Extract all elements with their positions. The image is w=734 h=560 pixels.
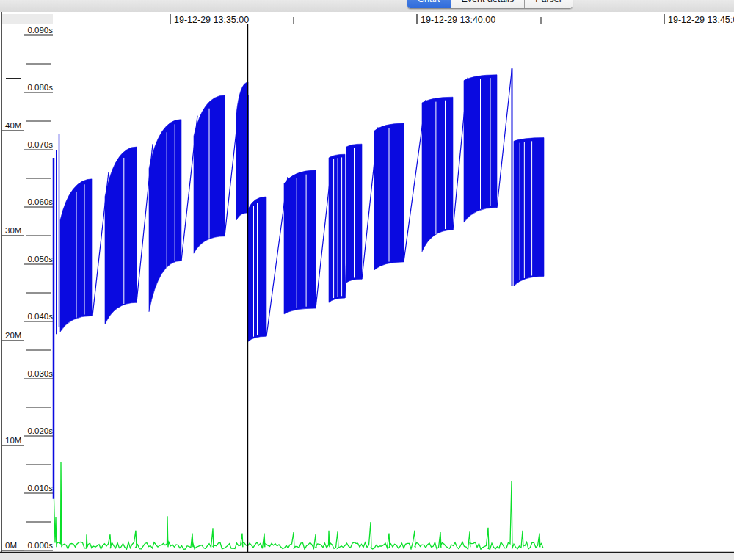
megabytes-axis-label: 10M bbox=[5, 436, 21, 445]
blue-spike-line bbox=[497, 68, 512, 208]
seconds-axis-label: 0.060s bbox=[27, 197, 53, 206]
seconds-axis-label: 0.020s bbox=[27, 426, 53, 435]
seconds-axis-label: 0.050s bbox=[27, 255, 53, 263]
time-axis-label: 19-12-29 13:45:00 bbox=[668, 15, 734, 25]
blue-burst bbox=[284, 170, 316, 314]
megabytes-axis-label: 20M bbox=[5, 331, 21, 340]
seconds-axis-label: 0.090s bbox=[27, 26, 53, 34]
blue-burst bbox=[329, 154, 345, 302]
megabytes-axis-label: 30M bbox=[5, 226, 21, 235]
tab-event-details[interactable]: Event details bbox=[451, 0, 526, 8]
blue-burst bbox=[149, 120, 181, 312]
page: { "tabs": { "items": [ {"label": "Chart"… bbox=[0, 0, 734, 560]
seconds-axis-label: 0.040s bbox=[27, 312, 53, 321]
blue-burst bbox=[105, 147, 137, 324]
tab-parser[interactable]: Parser bbox=[525, 0, 573, 8]
seconds-axis-label: 0.070s bbox=[27, 140, 53, 149]
seconds-axis-label: 0.010s bbox=[27, 484, 53, 492]
seconds-axis-label: 0.030s bbox=[27, 369, 53, 378]
view-tabs: Chart Event details Parser bbox=[407, 0, 573, 9]
time-axis-label: 19-12-29 13:40:00 bbox=[421, 15, 495, 25]
seconds-axis-label: 0.000s bbox=[27, 541, 53, 550]
timeline-chart: 0.090s0.080s0.070s0.060s0.050s0.040s0.03… bbox=[0, 0, 734, 560]
time-axis-label: 19-12-29 13:35:00 bbox=[174, 15, 249, 25]
seconds-axis-label: 0.080s bbox=[27, 83, 53, 92]
megabytes-axis-label: 40M bbox=[5, 121, 21, 130]
axis-corner-box bbox=[2, 14, 53, 24]
blue-burst bbox=[236, 82, 248, 220]
megabytes-axis-label: 0M bbox=[5, 541, 17, 550]
tab-chart[interactable]: Chart bbox=[407, 0, 451, 8]
green-series-line bbox=[54, 462, 544, 550]
blue-burst bbox=[514, 138, 544, 286]
blue-burst bbox=[422, 97, 453, 252]
